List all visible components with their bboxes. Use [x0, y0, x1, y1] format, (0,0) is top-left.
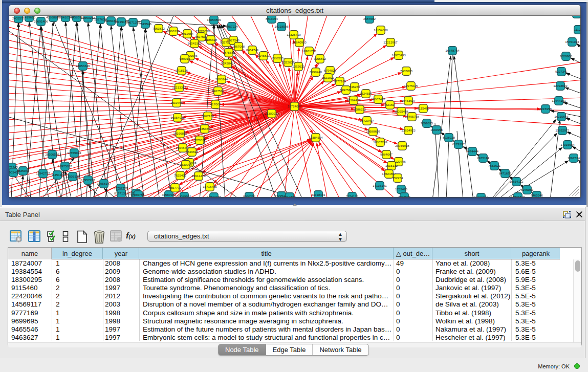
svg-text:16154808: 16154808	[374, 28, 388, 32]
svg-text:6179197: 6179197	[452, 142, 465, 146]
svg-text:7515546: 7515546	[139, 22, 152, 26]
svg-text:12503135: 12503135	[66, 174, 80, 178]
svg-text:20364436: 20364436	[346, 98, 361, 102]
svg-text:12093822: 12093822	[553, 84, 568, 87]
svg-text:13654923: 13654923	[401, 128, 416, 132]
svg-text:2867068: 2867068	[232, 45, 245, 48]
svg-text:1549822: 1549822	[186, 150, 199, 154]
svg-text:1145194: 1145194	[51, 173, 63, 177]
svg-text:8267130: 8267130	[202, 114, 214, 118]
svg-text:16914479: 16914479	[191, 174, 206, 178]
svg-text:8471676: 8471676	[499, 171, 512, 175]
svg-text:6794028: 6794028	[324, 69, 337, 72]
svg-text:7875685: 7875685	[223, 51, 235, 54]
svg-text:9777169: 9777169	[334, 79, 346, 83]
svg-text:10653267: 10653267	[81, 16, 95, 19]
svg-text:3341057: 3341057	[59, 16, 72, 19]
svg-text:18807249: 18807249	[373, 140, 387, 144]
svg-text:42868828: 42868828	[46, 16, 60, 19]
svg-text:16054938: 16054938	[170, 116, 185, 119]
svg-text:1588520: 1588520	[271, 56, 284, 60]
svg-text:2718126: 2718126	[176, 69, 188, 72]
svg-text:8454749: 8454749	[246, 48, 259, 52]
svg-text:1621022: 1621022	[322, 76, 335, 79]
svg-text:7485003: 7485003	[400, 69, 413, 73]
svg-text:8813054: 8813054	[266, 17, 278, 20]
svg-text:10807487: 10807487	[371, 97, 385, 101]
svg-text:1267534: 1267534	[568, 156, 580, 160]
svg-text:19463627: 19463627	[401, 99, 416, 102]
svg-text:16671355: 16671355	[126, 20, 140, 24]
svg-text:19384554: 19384554	[309, 136, 323, 139]
svg-text:7955812: 7955812	[314, 57, 326, 60]
svg-text:16210643: 16210643	[554, 115, 569, 118]
svg-text:417006: 417006	[210, 102, 221, 106]
svg-text:7022674: 7022674	[398, 195, 411, 197]
svg-text:1530994: 1530994	[180, 163, 192, 166]
svg-text:19218596: 19218596	[274, 25, 289, 28]
svg-text:9657771: 9657771	[169, 186, 182, 189]
svg-text:2687682: 2687682	[363, 17, 376, 20]
svg-text:15692971: 15692971	[555, 128, 570, 132]
svg-text:16640910: 16640910	[292, 40, 307, 44]
svg-text:9474444: 9474444	[466, 149, 479, 153]
svg-text:12444151: 12444151	[552, 99, 566, 102]
svg-text:62160: 62160	[385, 103, 395, 106]
svg-text:16053809: 16053809	[207, 18, 221, 21]
svg-text:8427512: 8427512	[212, 89, 225, 93]
svg-text:2803144: 2803144	[215, 77, 228, 81]
svg-text:10025488: 10025488	[394, 110, 408, 113]
svg-text:9115460: 9115460	[417, 106, 429, 110]
svg-text:81971316: 81971316	[114, 191, 128, 195]
svg-text:9242848: 9242848	[221, 61, 234, 65]
svg-text:1615132: 1615132	[385, 164, 398, 167]
svg-text:8186328: 8186328	[205, 38, 217, 41]
svg-text:4612365: 4612365	[284, 195, 296, 197]
svg-text:9084067: 9084067	[380, 152, 393, 156]
svg-text:12325419: 12325419	[287, 33, 301, 36]
svg-text:252254: 252254	[393, 176, 403, 180]
svg-text:8912954: 8912954	[181, 32, 194, 35]
svg-text:17957223: 17957223	[81, 178, 95, 182]
svg-text:12353594: 12353594	[198, 127, 212, 130]
svg-text:1419610: 1419610	[23, 16, 36, 19]
svg-text:16495758: 16495758	[405, 115, 419, 118]
svg-text:10973493: 10973493	[391, 53, 406, 57]
svg-text:12213363: 12213363	[172, 85, 186, 89]
svg-text:19166825: 19166825	[173, 132, 187, 135]
svg-text:1362615: 1362615	[292, 64, 305, 68]
svg-text:9227341: 9227341	[555, 70, 568, 73]
svg-text:16648764: 16648764	[445, 49, 460, 52]
svg-text:15720407: 15720407	[360, 119, 374, 122]
svg-text:4335942: 4335942	[17, 169, 30, 172]
svg-text:20206526: 20206526	[45, 152, 59, 156]
svg-text:89089901: 89089901	[177, 194, 191, 197]
svg-text:746266: 746266	[350, 85, 360, 89]
svg-text:8927546: 8927546	[227, 38, 240, 42]
svg-text:10872248: 10872248	[207, 195, 221, 197]
svg-text:12942757: 12942757	[36, 171, 50, 175]
svg-text:12975115: 12975115	[404, 84, 418, 87]
svg-text:8090293: 8090293	[243, 194, 256, 197]
svg-text:23718431: 23718431	[311, 193, 325, 196]
svg-text:20691406: 20691406	[34, 19, 48, 23]
svg-text:10975857: 10975857	[58, 164, 72, 168]
svg-text:12213967: 12213967	[383, 40, 398, 44]
svg-text:18724007: 18724007	[288, 104, 302, 108]
svg-text:9699695: 9699695	[421, 121, 433, 125]
svg-text:10688609: 10688609	[366, 129, 380, 133]
svg-text:8578332: 8578332	[193, 138, 206, 142]
svg-text:7857224: 7857224	[226, 25, 238, 28]
svg-text:20756928: 20756928	[395, 144, 409, 147]
svg-text:7663822: 7663822	[153, 27, 165, 30]
svg-text:23300233: 23300233	[265, 112, 279, 115]
svg-text:9146821: 9146821	[257, 54, 270, 57]
svg-text:3624554: 3624554	[360, 92, 373, 95]
svg-text:17359924: 17359924	[67, 151, 81, 155]
svg-text:16543362: 16543362	[187, 41, 202, 45]
svg-text:10958147: 10958147	[97, 182, 111, 185]
svg-text:17016504: 17016504	[560, 143, 575, 146]
svg-text:15716485: 15716485	[203, 185, 217, 188]
svg-text:7374122: 7374122	[346, 194, 359, 197]
svg-text:28053346: 28053346	[76, 64, 90, 68]
